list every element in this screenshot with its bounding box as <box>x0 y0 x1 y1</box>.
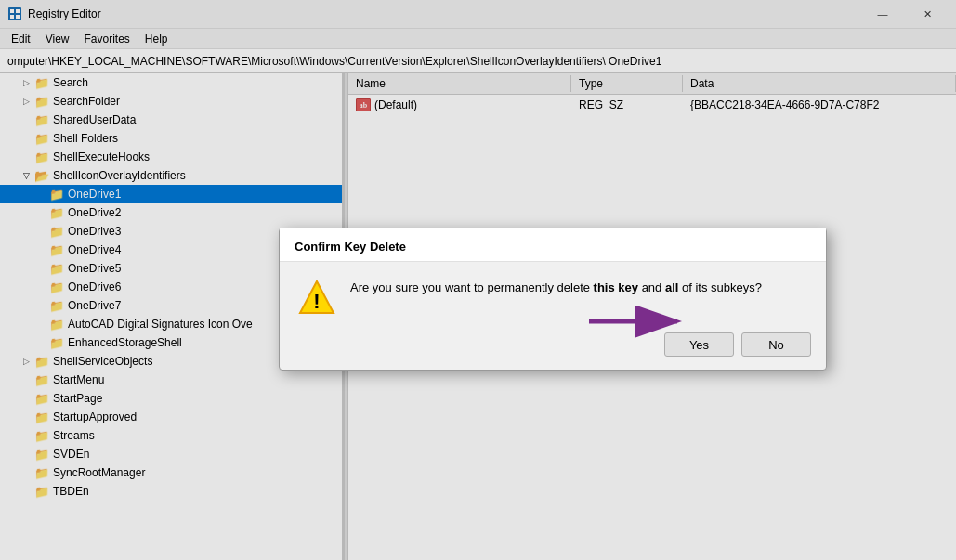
dialog-msg-part1: Are you sure you want to permanently del… <box>350 280 594 294</box>
svg-text:!: ! <box>313 290 320 313</box>
dialog-msg-part3: of its subkeys? <box>678 280 762 294</box>
dialog-msg-bold1: this key <box>594 280 638 294</box>
dialog-title: Confirm Key Delete <box>280 228 826 262</box>
dialog-body: ! Are you sure you want to permanently d… <box>280 262 826 329</box>
confirm-delete-dialog: Confirm Key Delete ! Are you sure you wa… <box>279 228 827 371</box>
dialog-message: Are you sure you want to permanently del… <box>350 279 807 297</box>
dialog-msg-part2: and <box>638 280 665 294</box>
arrow-indicator <box>580 303 691 340</box>
no-button[interactable]: No <box>741 332 811 357</box>
warning-icon: ! <box>298 279 335 316</box>
dialog-msg-bold2: all <box>665 280 678 294</box>
dialog-buttons: Yes No <box>280 329 826 370</box>
